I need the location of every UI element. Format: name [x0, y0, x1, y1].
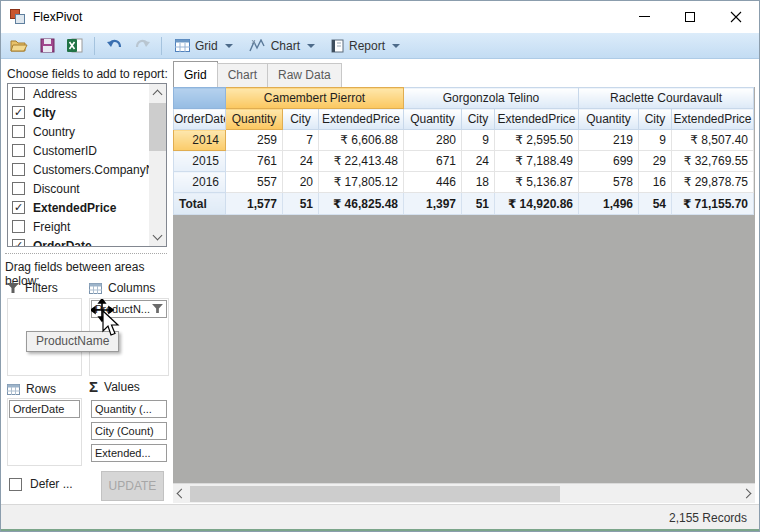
field-item[interactable]: CustomerID: [8, 141, 166, 160]
field-item[interactable]: ✓City: [8, 103, 166, 122]
measure-header[interactable]: City: [462, 109, 495, 130]
values-drop-area[interactable]: Quantity (... City (Count) Extended...: [89, 398, 169, 466]
report-menu-button[interactable]: Report: [325, 35, 406, 57]
field-checkbox[interactable]: ✓: [12, 201, 25, 214]
field-item[interactable]: ✓ExtendedPrice: [8, 198, 166, 217]
field-item[interactable]: Address: [8, 84, 166, 103]
data-cell[interactable]: ₹ 5,136.87: [495, 172, 579, 193]
tab-raw-data[interactable]: Raw Data: [267, 63, 342, 87]
chart-menu-button[interactable]: Chart: [243, 35, 321, 57]
field-item[interactable]: ✓OrderDate: [8, 236, 166, 247]
data-cell[interactable]: 51: [283, 193, 319, 215]
row-header-cell[interactable]: 2016: [174, 172, 226, 193]
field-item[interactable]: Discount: [8, 179, 166, 198]
horizontal-scrollbar[interactable]: [173, 483, 755, 503]
data-cell[interactable]: 1,577: [226, 193, 283, 215]
rows-field-orderdate[interactable]: OrderDate: [9, 400, 80, 418]
scroll-left-icon[interactable]: [177, 489, 187, 499]
data-cell[interactable]: ₹ 6,606.88: [319, 130, 404, 151]
defer-updates-control[interactable]: Defer ...: [9, 477, 73, 491]
field-checkbox[interactable]: [12, 182, 25, 195]
data-cell[interactable]: 446: [404, 172, 462, 193]
maximize-button[interactable]: [667, 1, 713, 32]
update-button[interactable]: UPDATE: [101, 471, 164, 501]
data-cell[interactable]: 29: [639, 151, 672, 172]
grid-menu-button[interactable]: Grid: [169, 35, 239, 57]
data-cell[interactable]: ₹ 7,188.49: [495, 151, 579, 172]
values-field-quantity[interactable]: Quantity (...: [91, 400, 167, 418]
data-cell[interactable]: 1,397: [404, 193, 462, 215]
scroll-up-icon[interactable]: [153, 90, 163, 100]
data-cell[interactable]: 219: [579, 130, 639, 151]
field-item[interactable]: Customers.CompanyN...: [8, 160, 166, 179]
row-header-cell[interactable]: 2015: [174, 151, 226, 172]
tab-grid[interactable]: Grid: [173, 61, 218, 87]
values-field-city[interactable]: City (Count): [91, 422, 167, 440]
redo-button[interactable]: [130, 35, 154, 57]
measure-header[interactable]: Quantity: [404, 109, 462, 130]
undo-button[interactable]: [102, 35, 126, 57]
data-cell[interactable]: 54: [639, 193, 672, 215]
data-cell[interactable]: 699: [579, 151, 639, 172]
data-cell[interactable]: 259: [226, 130, 283, 151]
scroll-right-icon[interactable]: [742, 489, 752, 499]
data-cell[interactable]: 9: [462, 130, 495, 151]
row-header-cell[interactable]: 2014: [174, 130, 226, 151]
column-group-header[interactable]: Gorgonzola Telino: [404, 88, 579, 109]
open-button[interactable]: [7, 35, 31, 57]
data-cell[interactable]: 280: [404, 130, 462, 151]
data-cell[interactable]: 671: [404, 151, 462, 172]
measure-header[interactable]: ExtendedPrice: [672, 109, 754, 130]
field-checkbox[interactable]: [12, 163, 25, 176]
data-cell[interactable]: ₹ 22,413.48: [319, 151, 404, 172]
data-cell[interactable]: 761: [226, 151, 283, 172]
export-excel-button[interactable]: [63, 35, 87, 57]
measure-header[interactable]: Quantity: [226, 109, 283, 130]
data-cell[interactable]: 557: [226, 172, 283, 193]
measure-header[interactable]: ExtendedPrice: [319, 109, 404, 130]
field-item[interactable]: Freight: [8, 217, 166, 236]
field-checkbox[interactable]: [12, 144, 25, 157]
data-cell[interactable]: 9: [639, 130, 672, 151]
data-cell[interactable]: ₹ 8,507.40: [672, 130, 754, 151]
data-cell[interactable]: ₹ 46,825.48: [319, 193, 404, 215]
close-button[interactable]: [713, 1, 759, 32]
rows-drop-area[interactable]: OrderDate: [7, 398, 82, 466]
data-cell[interactable]: ₹ 71,155.70: [672, 193, 754, 215]
data-cell[interactable]: 1,496: [579, 193, 639, 215]
field-checkbox[interactable]: [12, 220, 25, 233]
scroll-down-icon[interactable]: [153, 231, 163, 241]
field-list-scrollbar[interactable]: [149, 84, 166, 246]
field-item[interactable]: Country: [8, 122, 166, 141]
measure-header[interactable]: ExtendedPrice: [495, 109, 579, 130]
filter-funnel-icon[interactable]: [152, 304, 163, 314]
save-button[interactable]: [35, 35, 59, 57]
data-cell[interactable]: 24: [283, 151, 319, 172]
measure-header[interactable]: Quantity: [579, 109, 639, 130]
field-checkbox[interactable]: [12, 87, 25, 100]
data-cell[interactable]: 51: [462, 193, 495, 215]
values-field-extendedprice[interactable]: Extended...: [91, 444, 167, 462]
scrollbar-thumb[interactable]: [149, 103, 166, 151]
row-axis-header[interactable]: OrderDate: [174, 109, 226, 130]
column-group-header[interactable]: Raclette Courdavault: [579, 88, 754, 109]
data-cell[interactable]: 16: [639, 172, 672, 193]
field-checkbox[interactable]: ✓: [12, 239, 25, 247]
field-checkbox[interactable]: ✓: [12, 106, 25, 119]
data-cell[interactable]: ₹ 17,805.12: [319, 172, 404, 193]
data-cell[interactable]: 578: [579, 172, 639, 193]
pivot-grid-area[interactable]: Camembert PierrotGorgonzola TelinoRaclet…: [173, 87, 755, 483]
defer-checkbox[interactable]: [9, 478, 22, 491]
data-cell[interactable]: ₹ 29,878.75: [672, 172, 754, 193]
column-group-header[interactable]: Camembert Pierrot: [226, 88, 404, 109]
row-header-cell[interactable]: Total: [174, 193, 226, 215]
data-cell[interactable]: 18: [462, 172, 495, 193]
measure-header[interactable]: City: [639, 109, 672, 130]
measure-header[interactable]: City: [283, 109, 319, 130]
field-checkbox[interactable]: [12, 125, 25, 138]
scrollbar-thumb[interactable]: [190, 486, 560, 502]
data-cell[interactable]: 24: [462, 151, 495, 172]
field-list[interactable]: Address✓CityCountryCustomerIDCustomers.C…: [7, 83, 167, 247]
minimize-button[interactable]: [621, 1, 667, 32]
data-cell[interactable]: 7: [283, 130, 319, 151]
